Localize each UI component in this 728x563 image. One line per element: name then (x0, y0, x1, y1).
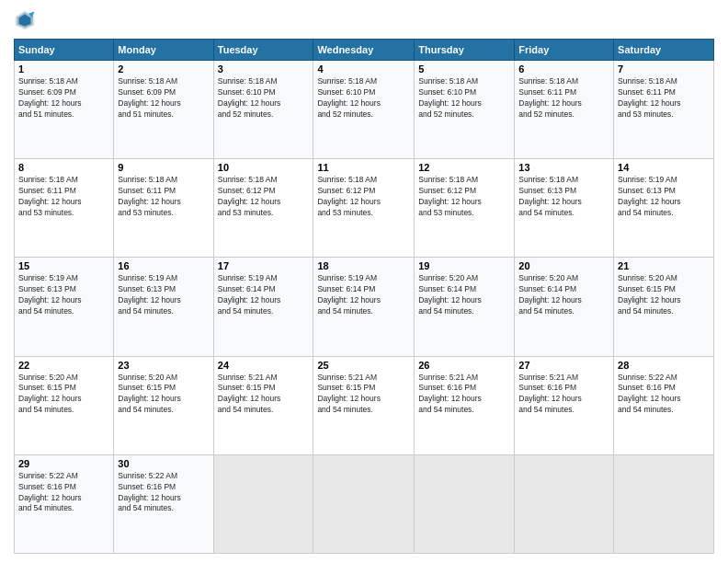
sunrise-line: Sunrise: 5:21 AM (317, 373, 410, 384)
sunset-line: Sunset: 6:10 PM (218, 87, 310, 98)
sunset-line: Sunset: 6:10 PM (418, 87, 510, 98)
calendar-cell (515, 454, 614, 553)
day-number: 21 (618, 260, 710, 271)
cell-content: Sunrise: 5:20 AMSunset: 6:15 PMDaylight:… (118, 373, 209, 417)
sunset-line: Sunset: 6:13 PM (18, 284, 109, 295)
calendar-cell: 30Sunrise: 5:22 AMSunset: 6:16 PMDayligh… (114, 454, 213, 553)
sunset-line: Sunset: 6:16 PM (618, 383, 710, 394)
day-number: 23 (118, 360, 209, 371)
daylight-line1: Daylight: 12 hoursand 51 minutes. (18, 98, 109, 121)
cell-content: Sunrise: 5:18 AMSunset: 6:09 PMDaylight:… (18, 76, 109, 121)
calendar-cell: 4Sunrise: 5:18 AMSunset: 6:10 PMDaylight… (313, 61, 415, 159)
sunset-line: Sunset: 6:12 PM (218, 186, 310, 197)
sunset-line: Sunset: 6:11 PM (618, 87, 710, 98)
sunset-line: Sunset: 6:14 PM (317, 284, 410, 295)
calendar-cell: 19Sunrise: 5:20 AMSunset: 6:14 PMDayligh… (415, 258, 515, 356)
sunset-line: Sunset: 6:13 PM (118, 284, 209, 295)
cell-content: Sunrise: 5:18 AMSunset: 6:12 PMDaylight:… (418, 175, 510, 219)
sunset-line: Sunset: 6:13 PM (518, 186, 609, 197)
day-number: 24 (218, 360, 310, 371)
daylight-line1: Daylight: 12 hoursand 54 minutes. (118, 295, 209, 317)
calendar-week-4: 22Sunrise: 5:20 AMSunset: 6:15 PMDayligh… (15, 356, 714, 454)
page: Sunday Monday Tuesday Wednesday Thursday… (0, 0, 728, 563)
calendar-week-3: 15Sunrise: 5:19 AMSunset: 6:13 PMDayligh… (15, 258, 714, 356)
cell-content: Sunrise: 5:18 AMSunset: 6:12 PMDaylight:… (317, 175, 410, 219)
sunrise-line: Sunrise: 5:21 AM (218, 373, 310, 384)
daylight-line1: Daylight: 12 hoursand 54 minutes. (317, 394, 410, 416)
daylight-line1: Daylight: 12 hoursand 53 minutes. (618, 98, 710, 121)
sunrise-line: Sunrise: 5:20 AM (418, 273, 510, 284)
cell-content: Sunrise: 5:22 AMSunset: 6:16 PMDaylight:… (118, 471, 209, 515)
cell-content: Sunrise: 5:21 AMSunset: 6:16 PMDaylight:… (418, 373, 510, 417)
sunrise-line: Sunrise: 5:18 AM (18, 76, 109, 87)
sunset-line: Sunset: 6:11 PM (18, 186, 109, 197)
cell-content: Sunrise: 5:22 AMSunset: 6:16 PMDaylight:… (18, 471, 109, 515)
col-thursday: Thursday (415, 40, 515, 61)
sunrise-line: Sunrise: 5:18 AM (18, 175, 109, 186)
day-number: 14 (618, 162, 710, 173)
sunrise-line: Sunrise: 5:18 AM (218, 175, 310, 186)
daylight-line1: Daylight: 12 hoursand 54 minutes. (18, 394, 109, 416)
daylight-line1: Daylight: 12 hoursand 54 minutes. (317, 295, 410, 317)
sunset-line: Sunset: 6:12 PM (317, 186, 410, 197)
sunset-line: Sunset: 6:10 PM (317, 87, 410, 98)
day-number: 25 (317, 360, 410, 371)
daylight-line1: Daylight: 12 hoursand 54 minutes. (218, 394, 310, 416)
day-number: 18 (317, 260, 410, 271)
day-number: 3 (218, 63, 310, 75)
calendar-week-2: 8Sunrise: 5:18 AMSunset: 6:11 PMDaylight… (15, 159, 714, 258)
daylight-line1: Daylight: 12 hoursand 52 minutes. (317, 98, 410, 121)
daylight-line1: Daylight: 12 hoursand 53 minutes. (218, 197, 310, 219)
cell-content: Sunrise: 5:19 AMSunset: 6:13 PMDaylight:… (18, 273, 109, 317)
cell-content: Sunrise: 5:18 AMSunset: 6:09 PMDaylight:… (118, 76, 209, 121)
calendar-cell: 14Sunrise: 5:19 AMSunset: 6:13 PMDayligh… (614, 159, 714, 258)
sunrise-line: Sunrise: 5:18 AM (317, 76, 410, 87)
day-number: 2 (118, 63, 209, 75)
day-number: 26 (418, 360, 510, 371)
calendar-cell: 7Sunrise: 5:18 AMSunset: 6:11 PMDaylight… (614, 61, 714, 159)
calendar-cell: 16Sunrise: 5:19 AMSunset: 6:13 PMDayligh… (114, 258, 213, 356)
day-number: 5 (418, 63, 510, 75)
sunrise-line: Sunrise: 5:19 AM (218, 273, 310, 284)
sunset-line: Sunset: 6:16 PM (18, 482, 109, 493)
day-number: 17 (218, 260, 310, 271)
cell-content: Sunrise: 5:18 AMSunset: 6:11 PMDaylight:… (18, 175, 109, 219)
sunrise-line: Sunrise: 5:18 AM (118, 76, 209, 87)
daylight-line1: Daylight: 12 hoursand 52 minutes. (518, 98, 609, 121)
sunrise-line: Sunrise: 5:18 AM (518, 76, 609, 87)
day-number: 11 (317, 162, 410, 173)
sunset-line: Sunset: 6:15 PM (317, 383, 410, 394)
daylight-line1: Daylight: 12 hoursand 54 minutes. (618, 295, 710, 317)
cell-content: Sunrise: 5:18 AMSunset: 6:12 PMDaylight:… (218, 175, 310, 219)
calendar-cell (415, 454, 515, 553)
day-number: 19 (418, 260, 510, 271)
daylight-line1: Daylight: 12 hoursand 54 minutes. (618, 394, 710, 416)
calendar-cell: 10Sunrise: 5:18 AMSunset: 6:12 PMDayligh… (213, 159, 313, 258)
daylight-line1: Daylight: 12 hoursand 52 minutes. (218, 98, 310, 121)
sunrise-line: Sunrise: 5:19 AM (618, 175, 710, 186)
cell-content: Sunrise: 5:20 AMSunset: 6:15 PMDaylight:… (18, 373, 109, 417)
sunrise-line: Sunrise: 5:19 AM (18, 273, 109, 284)
sunrise-line: Sunrise: 5:22 AM (118, 471, 209, 482)
logo (14, 9, 40, 31)
daylight-line1: Daylight: 12 hoursand 54 minutes. (518, 394, 609, 416)
calendar-cell: 6Sunrise: 5:18 AMSunset: 6:11 PMDaylight… (515, 61, 614, 159)
cell-content: Sunrise: 5:18 AMSunset: 6:10 PMDaylight:… (418, 76, 510, 121)
day-number: 1 (18, 63, 109, 75)
day-number: 29 (18, 458, 109, 469)
cell-content: Sunrise: 5:18 AMSunset: 6:13 PMDaylight:… (518, 175, 609, 219)
cell-content: Sunrise: 5:19 AMSunset: 6:13 PMDaylight:… (618, 175, 710, 219)
daylight-line1: Daylight: 12 hoursand 54 minutes. (118, 394, 209, 416)
day-number: 9 (118, 162, 209, 173)
sunset-line: Sunset: 6:13 PM (618, 186, 710, 197)
day-number: 7 (618, 63, 710, 75)
day-number: 13 (518, 162, 609, 173)
sunset-line: Sunset: 6:16 PM (418, 383, 510, 394)
sunset-line: Sunset: 6:14 PM (518, 284, 609, 295)
header (14, 9, 714, 31)
cell-content: Sunrise: 5:21 AMSunset: 6:15 PMDaylight:… (218, 373, 310, 417)
cell-content: Sunrise: 5:19 AMSunset: 6:14 PMDaylight:… (317, 273, 410, 317)
sunrise-line: Sunrise: 5:18 AM (317, 175, 410, 186)
daylight-line1: Daylight: 12 hoursand 53 minutes. (18, 197, 109, 219)
sunrise-line: Sunrise: 5:20 AM (118, 373, 209, 384)
